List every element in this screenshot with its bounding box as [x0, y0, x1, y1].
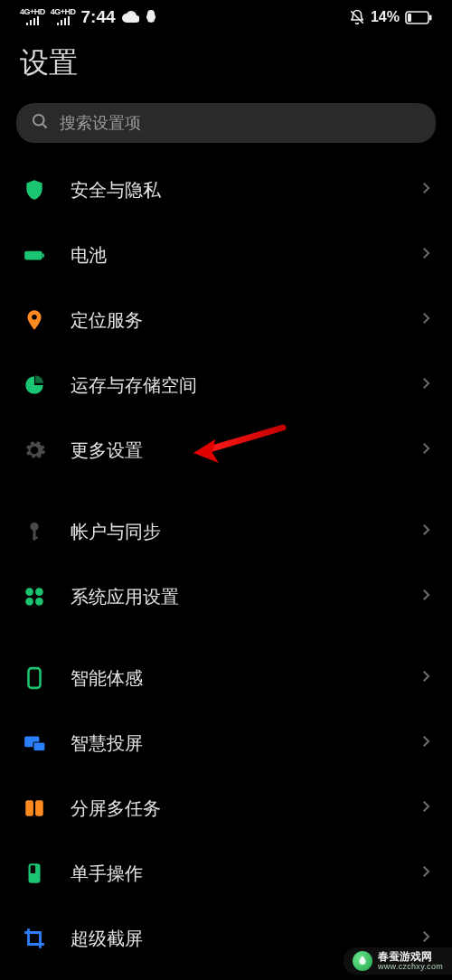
svg-point-14 — [25, 598, 33, 606]
settings-item-label: 智慧投屏 — [71, 731, 418, 756]
settings-item-label: 系统应用设置 — [71, 585, 418, 609]
split-icon — [22, 796, 47, 821]
svg-rect-3 — [429, 14, 432, 20]
piechart-icon — [22, 372, 47, 398]
watermark-sub: www.czchxy.com — [378, 963, 443, 971]
status-time: 7:44 — [81, 7, 116, 27]
shield-icon — [22, 177, 47, 203]
svg-rect-11 — [33, 536, 37, 539]
settings-item-split[interactable]: 分屏多任务 — [0, 776, 452, 841]
svg-point-9 — [30, 523, 38, 531]
svg-rect-20 — [35, 800, 43, 815]
svg-rect-6 — [24, 251, 42, 260]
chevron-right-icon — [418, 587, 434, 607]
search-icon — [31, 112, 49, 134]
chevron-right-icon — [418, 180, 434, 200]
settings-item-label: 运存与存储空间 — [71, 373, 418, 398]
status-bar: 4G+HD 4G+HD 7:44 14% — [0, 0, 452, 31]
battery-icon — [22, 242, 47, 268]
chevron-right-icon — [418, 928, 434, 948]
signal-2: 4G+HD — [51, 8, 76, 26]
chevron-right-icon — [418, 440, 434, 460]
settings-item-label: 智能体感 — [71, 666, 418, 691]
bell-off-icon — [349, 9, 365, 25]
watermark-logo-icon — [353, 951, 372, 971]
chevron-right-icon — [418, 863, 434, 883]
settings-item-label: 安全与隐私 — [71, 178, 418, 203]
grid4-icon — [22, 584, 47, 609]
settings-item-cast[interactable]: 智慧投屏 — [0, 711, 452, 776]
settings-group: 安全与隐私电池定位服务运存与存储空间更多设置 — [0, 157, 452, 490]
svg-rect-18 — [33, 742, 45, 751]
crop-icon — [22, 926, 47, 951]
battery-icon — [405, 11, 432, 24]
chevron-right-icon — [418, 310, 434, 330]
watermark-title: 春蚕游戏网 — [378, 951, 443, 963]
svg-rect-22 — [31, 865, 35, 873]
svg-rect-19 — [25, 800, 33, 815]
signal-1: 4G+HD — [20, 8, 45, 26]
chevron-right-icon — [418, 245, 434, 265]
settings-item-security[interactable]: 安全与隐私 — [0, 157, 452, 222]
chevron-right-icon — [418, 798, 434, 818]
svg-point-4 — [33, 115, 44, 126]
settings-item-sysapps[interactable]: 系统应用设置 — [0, 564, 452, 629]
phone-fill-icon — [22, 861, 47, 886]
status-left: 4G+HD 4G+HD 7:44 — [20, 7, 157, 27]
page-title: 设置 — [0, 31, 452, 103]
settings-group: 智能体感智慧投屏分屏多任务单手操作超级截屏 — [0, 645, 452, 978]
settings-item-more[interactable]: 更多设置 — [0, 418, 452, 483]
chevron-right-icon — [418, 522, 434, 542]
settings-item-label: 单手操作 — [71, 862, 418, 886]
penguin-icon — [145, 10, 157, 24]
chevron-right-icon — [418, 375, 434, 395]
cloud-icon — [121, 11, 139, 24]
settings-item-accounts[interactable]: 帐户与同步 — [0, 499, 452, 564]
settings-item-onehand[interactable]: 单手操作 — [0, 841, 452, 906]
pin-icon — [22, 307, 47, 333]
svg-point-15 — [35, 598, 43, 606]
search-placeholder: 搜索设置项 — [60, 112, 141, 134]
settings-item-label: 帐户与同步 — [71, 520, 418, 544]
watermark: 春蚕游戏网 www.czchxy.com — [344, 947, 452, 975]
settings-item-battery[interactable]: 电池 — [0, 222, 452, 287]
settings-item-storage[interactable]: 运存与存储空间 — [0, 353, 452, 418]
settings-item-gesture[interactable]: 智能体感 — [0, 645, 452, 711]
svg-rect-2 — [408, 14, 411, 22]
settings-item-label: 定位服务 — [71, 308, 418, 333]
settings-item-label: 电池 — [71, 243, 418, 268]
key-icon — [22, 519, 47, 544]
phone-outline-icon — [22, 665, 47, 691]
settings-item-label: 分屏多任务 — [71, 796, 418, 821]
settings-item-label: 更多设置 — [71, 438, 418, 463]
search-bar[interactable]: 搜索设置项 — [16, 103, 436, 143]
status-right: 14% — [349, 9, 432, 25]
gear-icon — [22, 438, 47, 463]
settings-group: 帐户与同步系统应用设置 — [0, 499, 452, 636]
svg-point-12 — [25, 588, 33, 596]
svg-rect-7 — [42, 253, 44, 257]
chevron-right-icon — [418, 733, 434, 753]
battery-pct: 14% — [371, 9, 400, 25]
svg-point-13 — [35, 588, 43, 596]
svg-point-8 — [32, 315, 37, 320]
svg-rect-16 — [29, 668, 41, 688]
cast-icon — [22, 730, 47, 756]
chevron-right-icon — [418, 668, 434, 688]
svg-line-5 — [42, 124, 46, 127]
settings-item-location[interactable]: 定位服务 — [0, 287, 452, 353]
